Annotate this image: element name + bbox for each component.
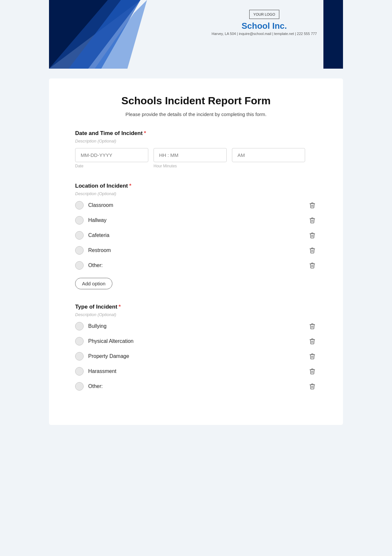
delete-physical-button[interactable]	[308, 337, 317, 346]
section-date-time: Date and Time of Incident* Description (…	[75, 130, 317, 168]
location-classroom-label: Classroom	[88, 202, 113, 208]
type-harassment-label: Harassment	[88, 368, 116, 374]
type-physical-label: Physical Altercation	[88, 338, 134, 344]
location-option-classroom: Classroom	[75, 201, 317, 210]
delete-classroom-button[interactable]	[308, 201, 317, 210]
type-option-property: Property Damage	[75, 352, 317, 361]
form-container: Schools Incident Report Form Please prov…	[49, 78, 343, 425]
add-option-button-location[interactable]: Add option	[75, 278, 112, 289]
type-option-other: Other:	[75, 382, 317, 391]
header-decoration	[49, 0, 154, 69]
type-property-label: Property Damage	[88, 353, 129, 359]
delete-other-type-button[interactable]	[308, 382, 317, 391]
school-info: Harvey, LA 504 | inquire@school.mail | t…	[212, 32, 317, 36]
date-sublabel: Date	[75, 164, 148, 168]
form-subtitle: Please provide the details of the incide…	[75, 111, 317, 117]
location-option-hallway: Hallway	[75, 216, 317, 225]
radio-property[interactable]	[75, 352, 84, 361]
location-option-other: Other:	[75, 261, 317, 270]
date-input[interactable]	[75, 148, 148, 162]
date-time-label: Date and Time of Incident*	[75, 130, 317, 137]
location-label: Location of Incident*	[75, 183, 317, 189]
location-label-text: Location of Incident	[75, 183, 128, 189]
date-time-description: Description (Optional)	[75, 139, 317, 143]
radio-hallway[interactable]	[75, 216, 84, 225]
type-bullying-label: Bullying	[88, 323, 106, 329]
location-option-restroom: Restroom	[75, 246, 317, 255]
header: YOUR LOGO School Inc. Harvey, LA 504 | i…	[49, 0, 343, 69]
ampm-input-group	[232, 148, 305, 162]
location-option-cafeteria: Cafeteria	[75, 231, 317, 240]
delete-cafeteria-button[interactable]	[308, 231, 317, 240]
delete-other-location-button[interactable]	[308, 261, 317, 270]
time-sublabel: Hour Minutes	[154, 164, 227, 168]
radio-cafeteria[interactable]	[75, 231, 84, 240]
section-type: Type of Incident* Description (Optional)…	[75, 304, 317, 391]
delete-property-button[interactable]	[308, 352, 317, 361]
location-cafeteria-label: Cafeteria	[88, 232, 109, 238]
delete-bullying-button[interactable]	[308, 322, 317, 331]
date-input-group: Date	[75, 148, 148, 168]
type-option-bullying: Bullying	[75, 322, 317, 331]
logo-box: YOUR LOGO	[249, 10, 280, 19]
logo-area: YOUR LOGO School Inc. Harvey, LA 504 | i…	[212, 10, 317, 36]
ampm-input[interactable]	[232, 148, 305, 162]
location-restroom-label: Restroom	[88, 247, 111, 253]
type-option-harassment: Harassment	[75, 367, 317, 376]
radio-harassment[interactable]	[75, 367, 84, 376]
type-option-physical: Physical Altercation	[75, 337, 317, 346]
location-other-label: Other:	[88, 262, 103, 268]
radio-physical[interactable]	[75, 337, 84, 345]
location-hallway-label: Hallway	[88, 217, 106, 223]
time-input[interactable]	[154, 148, 227, 162]
location-description: Description (Optional)	[75, 191, 317, 196]
form-title: Schools Incident Report Form	[75, 95, 317, 107]
radio-bullying[interactable]	[75, 322, 84, 330]
time-input-group: Hour Minutes	[154, 148, 227, 168]
section-location: Location of Incident* Description (Optio…	[75, 183, 317, 289]
delete-hallway-button[interactable]	[308, 216, 317, 225]
radio-restroom[interactable]	[75, 246, 84, 255]
date-time-label-text: Date and Time of Incident	[75, 130, 143, 136]
radio-other-type[interactable]	[75, 382, 84, 391]
type-other-label: Other:	[88, 383, 103, 389]
radio-other-location[interactable]	[75, 261, 84, 270]
datetime-row: Date Hour Minutes	[75, 148, 317, 168]
type-description: Description (Optional)	[75, 312, 317, 317]
required-star-3: *	[119, 304, 121, 310]
delete-harassment-button[interactable]	[308, 367, 317, 376]
required-star-2: *	[129, 183, 132, 189]
type-label: Type of Incident*	[75, 304, 317, 310]
school-name: School Inc.	[212, 21, 317, 31]
required-star: *	[144, 130, 146, 136]
header-right-bar	[323, 0, 343, 69]
radio-classroom[interactable]	[75, 201, 84, 210]
type-label-text: Type of Incident	[75, 304, 117, 310]
delete-restroom-button[interactable]	[308, 246, 317, 255]
